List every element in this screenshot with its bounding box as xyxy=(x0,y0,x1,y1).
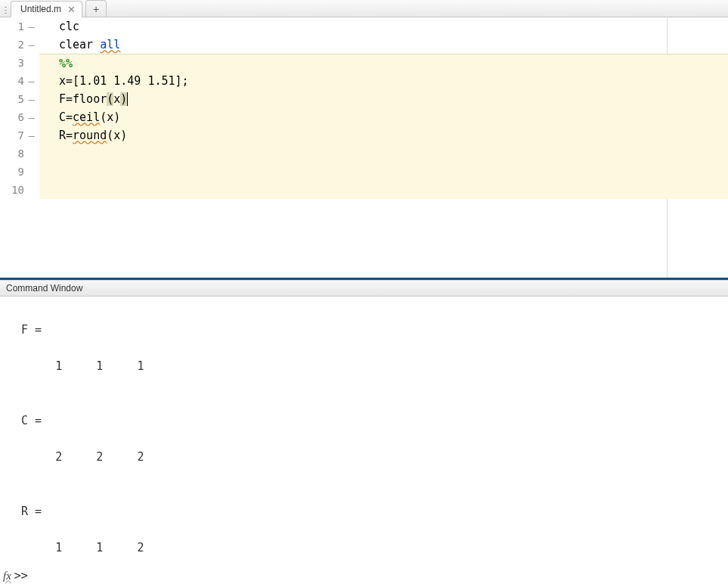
file-tab[interactable]: Untitled.m ✕ xyxy=(11,1,82,17)
code-line: clc xyxy=(39,17,728,36)
code-line: F=floor(x) xyxy=(39,90,728,108)
fx-icon[interactable]: fx xyxy=(3,570,11,582)
code-line: C=ceil(x) xyxy=(39,108,728,126)
text-cursor xyxy=(127,92,128,106)
line-number: 2 xyxy=(11,36,24,54)
line-number: 9 xyxy=(11,163,24,181)
code-line xyxy=(39,144,728,163)
code-line: R=round(x) xyxy=(39,126,728,144)
code-line xyxy=(39,181,728,199)
code-editor[interactable]: clc clear all %% x=[1.01 1.49 1.51]; F=f… xyxy=(39,17,728,278)
code-line: %% xyxy=(39,54,728,72)
tab-title: Untitled.m xyxy=(20,4,61,14)
editor-tab-bar: Untitled.m ✕ + xyxy=(0,0,728,17)
command-window-title: Command Window xyxy=(6,283,82,294)
command-output: F = 1 1 1 C = 2 2 2 R = 1 1 2 xyxy=(0,303,728,557)
line-number: 4 xyxy=(11,72,24,90)
code-line xyxy=(39,163,728,181)
editor-pane: 1– 2– 3 4– 5– 6– 7– 8 9 10 clc clear all… xyxy=(0,17,728,280)
command-window[interactable]: F = 1 1 1 C = 2 2 2 R = 1 1 2 fx >> xyxy=(0,297,728,584)
line-number: 8 xyxy=(11,144,24,163)
line-number-gutter: 1– 2– 3 4– 5– 6– 7– 8 9 10 xyxy=(0,17,39,278)
code-line: clear all xyxy=(39,36,728,54)
line-number: 7 xyxy=(11,126,24,144)
command-window-header: Command Window xyxy=(0,280,728,297)
prompt-chevrons: >> xyxy=(14,569,28,582)
add-tab-button[interactable]: + xyxy=(85,0,107,17)
command-prompt[interactable]: fx >> xyxy=(3,569,28,582)
line-number: 5 xyxy=(11,90,24,108)
plus-icon: + xyxy=(93,3,99,15)
line-number: 3 xyxy=(11,54,24,72)
line-number: 10 xyxy=(11,181,24,199)
code-line: x=[1.01 1.49 1.51]; xyxy=(39,72,728,90)
close-icon[interactable]: ✕ xyxy=(67,5,76,14)
line-number: 6 xyxy=(11,108,24,126)
line-number: 1 xyxy=(11,17,24,36)
tab-drag-handle[interactable] xyxy=(5,3,9,17)
